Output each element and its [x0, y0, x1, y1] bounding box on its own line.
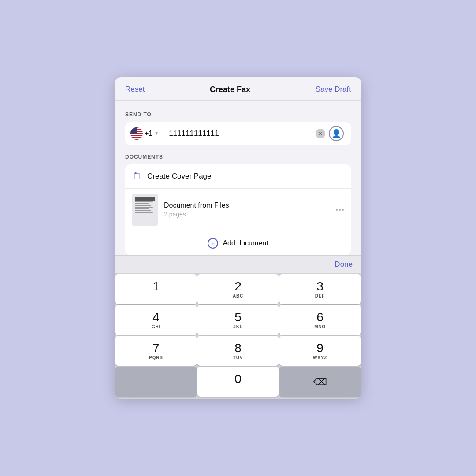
- create-cover-page-button[interactable]: 🗒 Create Cover Page: [125, 164, 351, 189]
- us-flag-icon: [130, 127, 143, 140]
- country-code: +1: [145, 130, 152, 138]
- keyboard-row-1: 1 – 2 ABC 3 DEF: [115, 274, 361, 304]
- create-cover-label: Create Cover Page: [147, 172, 212, 181]
- key-9[interactable]: 9 WXYZ: [279, 336, 361, 366]
- key-2[interactable]: 2 ABC: [197, 274, 279, 304]
- key-5[interactable]: 5 JKL: [197, 305, 279, 335]
- done-bar: Done: [115, 255, 361, 273]
- phone-app: Reset Create Fax Save Draft SEND TO +1 ▼…: [115, 77, 361, 399]
- document-info: Document from Files 2 pages: [164, 201, 330, 218]
- key-8-letters: TUV: [233, 355, 243, 360]
- send-to-label: SEND TO: [125, 112, 351, 118]
- key-1-number: 1: [152, 280, 160, 293]
- key-3-number: 3: [316, 280, 324, 293]
- backspace-icon: ⌫: [313, 376, 327, 388]
- mini-doc-line-5: [135, 208, 149, 209]
- document-pages: 2 pages: [164, 211, 330, 218]
- reset-button[interactable]: Reset: [125, 85, 145, 94]
- phone-input-area: 111111111111 ✕ 👤: [164, 122, 351, 145]
- key-7-letters: PQRS: [149, 355, 163, 360]
- key-0[interactable]: 0 –: [197, 367, 279, 397]
- key-3[interactable]: 3 DEF: [279, 274, 361, 304]
- key-8-number: 8: [234, 342, 242, 354]
- document-row: Document from Files 2 pages: [125, 189, 351, 231]
- numeric-keyboard: 1 – 2 ABC 3 DEF 4 GHI 5 JKL 6 MN: [115, 273, 361, 399]
- key-0-number: 0: [234, 373, 242, 385]
- mini-doc-line-6: [135, 210, 151, 211]
- key-8[interactable]: 8 TUV: [197, 336, 279, 366]
- dot-1: [336, 209, 338, 211]
- document-more-button[interactable]: [336, 209, 344, 211]
- mini-doc-preview: [134, 196, 156, 224]
- dot-3: [342, 209, 344, 211]
- mini-doc-line-1: [135, 201, 153, 202]
- key-4[interactable]: 4 GHI: [115, 305, 197, 335]
- mini-doc-line-3: [135, 205, 151, 206]
- mini-doc-header-line: [135, 197, 155, 201]
- mini-doc-line-4: [135, 207, 153, 208]
- keyboard-row-4: 0 0 – ⌫: [115, 367, 361, 397]
- keyboard-row-2: 4 GHI 5 JKL 6 MNO: [115, 305, 361, 335]
- key-5-number: 5: [234, 311, 242, 324]
- key-9-letters: WXYZ: [313, 355, 327, 360]
- key-7[interactable]: 7 PQRS: [115, 336, 197, 366]
- add-document-button[interactable]: + Add document: [125, 231, 351, 255]
- key-5-letters: JKL: [233, 324, 242, 329]
- add-circle-icon: +: [208, 238, 218, 249]
- documents-box: 🗒 Create Cover Page: [125, 164, 351, 255]
- page-title: Create Fax: [210, 85, 250, 94]
- document-thumbnail: [132, 194, 158, 226]
- key-6-letters: MNO: [314, 324, 326, 329]
- key-2-number: 2: [234, 280, 242, 293]
- cover-page-icon: 🗒: [132, 171, 142, 182]
- chevron-down-icon: ▼: [154, 131, 159, 136]
- key-2-letters: ABC: [233, 294, 243, 298]
- documents-label: DOCUMENTS: [125, 154, 351, 160]
- key-6-number: 6: [316, 311, 324, 324]
- clear-button[interactable]: ✕: [316, 129, 325, 138]
- key-6[interactable]: 6 MNO: [279, 305, 361, 335]
- send-to-row: +1 ▼ 111111111111 ✕ 👤: [125, 122, 351, 145]
- content-area: SEND TO +1 ▼ 111111111111 ✕ 👤 DOCUMENTS …: [115, 101, 361, 255]
- backspace-button[interactable]: ⌫: [279, 367, 361, 397]
- dot-2: [339, 209, 341, 211]
- header: Reset Create Fax Save Draft: [115, 77, 361, 101]
- phone-number-input[interactable]: 111111111111: [169, 129, 316, 138]
- add-document-label: Add document: [223, 239, 268, 247]
- key-4-letters: GHI: [152, 324, 160, 329]
- country-selector[interactable]: +1 ▼: [125, 122, 164, 145]
- key-3-letters: DEF: [315, 294, 325, 298]
- save-draft-button[interactable]: Save Draft: [316, 85, 351, 94]
- keyboard-row-3: 7 PQRS 8 TUV 9 WXYZ: [115, 336, 361, 366]
- key-7-number: 7: [152, 342, 160, 354]
- contact-picker-button[interactable]: 👤: [329, 126, 344, 141]
- key-4-number: 4: [152, 311, 160, 324]
- key-1[interactable]: 1 –: [115, 274, 197, 304]
- document-name: Document from Files: [164, 201, 330, 209]
- mini-doc-line-2: [135, 203, 149, 204]
- done-button[interactable]: Done: [335, 260, 353, 269]
- contact-icon: 👤: [331, 129, 341, 138]
- key-9-number: 9: [316, 342, 324, 354]
- mini-doc-line-7: [135, 212, 153, 213]
- key-empty[interactable]: 0: [115, 367, 197, 397]
